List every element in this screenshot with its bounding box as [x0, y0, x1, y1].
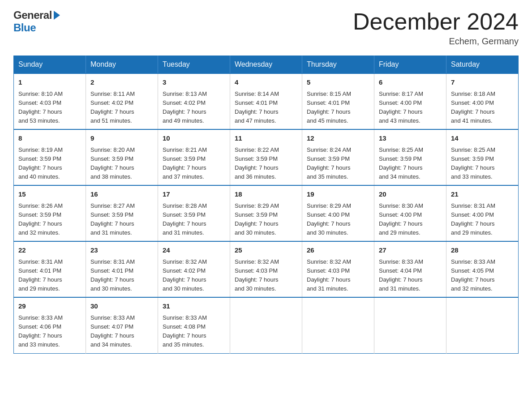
day-number: 25 — [235, 245, 297, 256]
day-number: 1 — [18, 77, 81, 88]
calendar-day-cell: 10 Sunrise: 8:21 AMSunset: 3:59 PMDaylig… — [158, 129, 230, 185]
day-number: 5 — [307, 77, 369, 88]
day-number: 30 — [90, 301, 153, 312]
calendar-week-row: 15 Sunrise: 8:26 AMSunset: 3:59 PMDaylig… — [14, 185, 519, 241]
day-number: 27 — [379, 245, 442, 256]
day-info: Sunrise: 8:33 AMSunset: 4:08 PMDaylight:… — [163, 314, 207, 348]
calendar-day-cell: 7 Sunrise: 8:18 AMSunset: 4:00 PMDayligh… — [446, 73, 519, 129]
calendar-empty-cell — [230, 297, 302, 353]
day-info: Sunrise: 8:26 AMSunset: 3:59 PMDaylight:… — [18, 202, 63, 236]
calendar-day-cell: 23 Sunrise: 8:31 AMSunset: 4:01 PMDaylig… — [86, 241, 158, 297]
day-number: 13 — [379, 133, 442, 144]
day-number: 21 — [451, 189, 514, 200]
day-number: 11 — [235, 133, 297, 144]
day-number: 15 — [18, 189, 81, 200]
day-info: Sunrise: 8:15 AMSunset: 4:01 PMDaylight:… — [307, 90, 351, 124]
day-info: Sunrise: 8:25 AMSunset: 3:59 PMDaylight:… — [379, 146, 423, 180]
day-info: Sunrise: 8:31 AMSunset: 4:01 PMDaylight:… — [90, 258, 135, 292]
day-number: 26 — [307, 245, 369, 256]
day-number: 22 — [18, 245, 81, 256]
calendar-day-cell: 30 Sunrise: 8:33 AMSunset: 4:07 PMDaylig… — [86, 297, 158, 353]
day-number: 10 — [163, 133, 225, 144]
day-number: 8 — [18, 133, 81, 144]
day-info: Sunrise: 8:33 AMSunset: 4:04 PMDaylight:… — [379, 258, 423, 292]
day-number: 16 — [90, 189, 153, 200]
calendar-week-row: 22 Sunrise: 8:31 AMSunset: 4:01 PMDaylig… — [14, 241, 519, 297]
day-number: 14 — [451, 133, 514, 144]
calendar-empty-cell — [446, 297, 519, 353]
calendar-day-cell: 6 Sunrise: 8:17 AMSunset: 4:00 PMDayligh… — [374, 73, 446, 129]
calendar-day-cell: 21 Sunrise: 8:31 AMSunset: 4:00 PMDaylig… — [446, 185, 519, 241]
header-saturday: Saturday — [446, 56, 519, 74]
calendar-day-cell: 26 Sunrise: 8:32 AMSunset: 4:03 PMDaylig… — [302, 241, 374, 297]
day-number: 2 — [90, 77, 153, 88]
calendar-header-row: SundayMondayTuesdayWednesdayThursdayFrid… — [14, 56, 519, 74]
logo-blue-text: Blue — [13, 21, 36, 34]
header-monday: Monday — [86, 56, 158, 74]
calendar-day-cell: 18 Sunrise: 8:29 AMSunset: 3:59 PMDaylig… — [230, 185, 302, 241]
logo: General Blue — [13, 9, 60, 34]
day-info: Sunrise: 8:13 AMSunset: 4:02 PMDaylight:… — [163, 90, 207, 124]
header-wednesday: Wednesday — [230, 56, 302, 74]
day-info: Sunrise: 8:10 AMSunset: 4:03 PMDaylight:… — [18, 90, 63, 124]
day-number: 28 — [451, 245, 514, 256]
logo-arrow-icon — [54, 11, 60, 20]
day-info: Sunrise: 8:21 AMSunset: 3:59 PMDaylight:… — [163, 146, 207, 180]
day-info: Sunrise: 8:27 AMSunset: 3:59 PMDaylight:… — [90, 202, 135, 236]
calendar-day-cell: 28 Sunrise: 8:33 AMSunset: 4:05 PMDaylig… — [446, 241, 519, 297]
logo-general-text: General — [13, 9, 52, 21]
header-thursday: Thursday — [302, 56, 374, 74]
day-number: 3 — [163, 77, 225, 88]
calendar-day-cell: 20 Sunrise: 8:30 AMSunset: 4:00 PMDaylig… — [374, 185, 446, 241]
calendar-day-cell: 13 Sunrise: 8:25 AMSunset: 3:59 PMDaylig… — [374, 129, 446, 185]
calendar-day-cell: 5 Sunrise: 8:15 AMSunset: 4:01 PMDayligh… — [302, 73, 374, 129]
day-info: Sunrise: 8:29 AMSunset: 3:59 PMDaylight:… — [235, 202, 279, 236]
day-info: Sunrise: 8:33 AMSunset: 4:07 PMDaylight:… — [90, 314, 135, 348]
day-info: Sunrise: 8:33 AMSunset: 4:05 PMDaylight:… — [451, 258, 495, 292]
calendar-day-cell: 29 Sunrise: 8:33 AMSunset: 4:06 PMDaylig… — [14, 297, 86, 353]
calendar-empty-cell — [374, 297, 446, 353]
day-number: 4 — [235, 77, 297, 88]
day-info: Sunrise: 8:24 AMSunset: 3:59 PMDaylight:… — [307, 146, 351, 180]
day-number: 18 — [235, 189, 297, 200]
calendar-day-cell: 27 Sunrise: 8:33 AMSunset: 4:04 PMDaylig… — [374, 241, 446, 297]
header-sunday: Sunday — [14, 56, 86, 74]
title-block: December 2024 Echem, Germany — [353, 9, 519, 47]
calendar-day-cell: 14 Sunrise: 8:25 AMSunset: 3:59 PMDaylig… — [446, 129, 519, 185]
day-number: 6 — [379, 77, 442, 88]
calendar-day-cell: 12 Sunrise: 8:24 AMSunset: 3:59 PMDaylig… — [302, 129, 374, 185]
day-info: Sunrise: 8:29 AMSunset: 4:00 PMDaylight:… — [307, 202, 351, 236]
day-info: Sunrise: 8:28 AMSunset: 3:59 PMDaylight:… — [163, 202, 207, 236]
day-info: Sunrise: 8:31 AMSunset: 4:00 PMDaylight:… — [451, 202, 495, 236]
day-number: 24 — [163, 245, 225, 256]
calendar-week-row: 8 Sunrise: 8:19 AMSunset: 3:59 PMDayligh… — [14, 129, 519, 185]
day-info: Sunrise: 8:11 AMSunset: 4:02 PMDaylight:… — [90, 90, 135, 124]
calendar-day-cell: 31 Sunrise: 8:33 AMSunset: 4:08 PMDaylig… — [158, 297, 230, 353]
calendar-week-row: 1 Sunrise: 8:10 AMSunset: 4:03 PMDayligh… — [14, 73, 519, 129]
calendar-table: SundayMondayTuesdayWednesdayThursdayFrid… — [13, 56, 519, 353]
calendar-day-cell: 22 Sunrise: 8:31 AMSunset: 4:01 PMDaylig… — [14, 241, 86, 297]
calendar-day-cell: 24 Sunrise: 8:32 AMSunset: 4:02 PMDaylig… — [158, 241, 230, 297]
calendar-day-cell: 9 Sunrise: 8:20 AMSunset: 3:59 PMDayligh… — [86, 129, 158, 185]
day-number: 7 — [451, 77, 514, 88]
day-info: Sunrise: 8:14 AMSunset: 4:01 PMDaylight:… — [235, 90, 279, 124]
calendar-day-cell: 25 Sunrise: 8:32 AMSunset: 4:03 PMDaylig… — [230, 241, 302, 297]
day-number: 19 — [307, 189, 369, 200]
calendar-week-row: 29 Sunrise: 8:33 AMSunset: 4:06 PMDaylig… — [14, 297, 519, 353]
day-info: Sunrise: 8:22 AMSunset: 3:59 PMDaylight:… — [235, 146, 279, 180]
calendar-day-cell: 19 Sunrise: 8:29 AMSunset: 4:00 PMDaylig… — [302, 185, 374, 241]
month-title: December 2024 — [353, 9, 519, 34]
day-number: 29 — [18, 301, 81, 312]
calendar-day-cell: 4 Sunrise: 8:14 AMSunset: 4:01 PMDayligh… — [230, 73, 302, 129]
header-friday: Friday — [374, 56, 446, 74]
calendar-day-cell: 1 Sunrise: 8:10 AMSunset: 4:03 PMDayligh… — [14, 73, 86, 129]
location-text: Echem, Germany — [353, 36, 519, 47]
calendar-day-cell: 8 Sunrise: 8:19 AMSunset: 3:59 PMDayligh… — [14, 129, 86, 185]
day-info: Sunrise: 8:17 AMSunset: 4:00 PMDaylight:… — [379, 90, 423, 124]
day-number: 17 — [163, 189, 225, 200]
day-info: Sunrise: 8:31 AMSunset: 4:01 PMDaylight:… — [18, 258, 63, 292]
day-info: Sunrise: 8:25 AMSunset: 3:59 PMDaylight:… — [451, 146, 495, 180]
calendar-day-cell: 17 Sunrise: 8:28 AMSunset: 3:59 PMDaylig… — [158, 185, 230, 241]
calendar-day-cell: 11 Sunrise: 8:22 AMSunset: 3:59 PMDaylig… — [230, 129, 302, 185]
day-info: Sunrise: 8:32 AMSunset: 4:02 PMDaylight:… — [163, 258, 207, 292]
